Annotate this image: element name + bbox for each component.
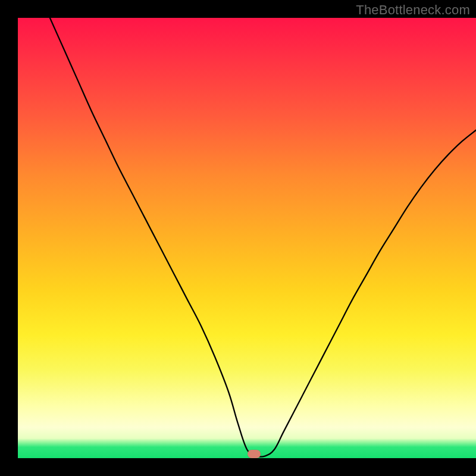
plot-area <box>18 18 476 458</box>
watermark-text: TheBottleneck.com <box>356 2 470 18</box>
chart-frame: TheBottleneck.com <box>0 0 476 476</box>
optimum-marker <box>248 450 261 458</box>
bottleneck-curve <box>18 18 476 458</box>
